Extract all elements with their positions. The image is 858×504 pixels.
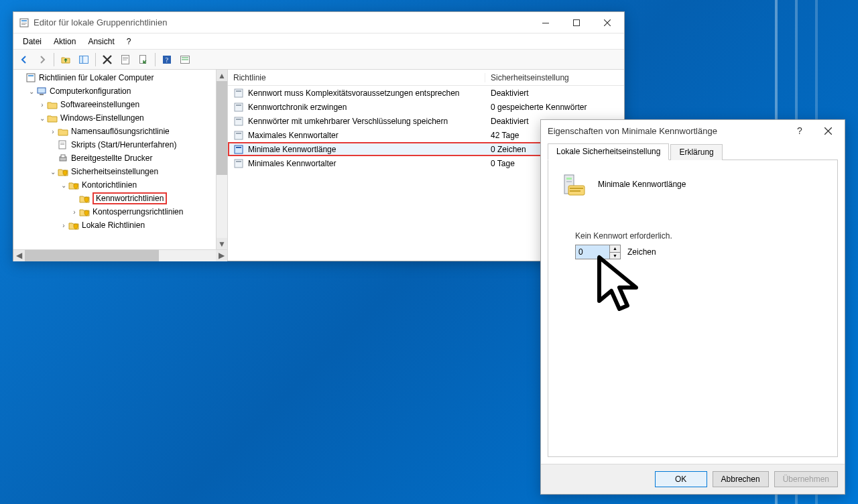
tree-local-policies[interactable]: › Lokale Richtlinien	[15, 218, 227, 232]
help-button[interactable]: ?	[159, 52, 175, 68]
menu-file[interactable]: Datei	[17, 36, 47, 48]
chevron-down-icon[interactable]: ⌄	[48, 168, 58, 176]
toolbar-divider	[54, 53, 54, 66]
app-icon	[19, 17, 29, 28]
tree-pane: Richtlinien für Lokaler Computer ⌄ Compu…	[13, 70, 228, 261]
chevron-down-icon[interactable]: ⌄	[59, 182, 68, 189]
svg-rect-23	[60, 143, 64, 143]
tree-computer-config[interactable]: ⌄ Computerkonfiguration	[15, 84, 227, 98]
cursor-icon	[593, 254, 653, 321]
tree-account-lockout[interactable]: › Kontosperrungsrichtlinien	[15, 205, 227, 218]
tree-security-settings[interactable]: ⌄ Sicherheitseinstellungen	[15, 165, 227, 178]
export-button[interactable]	[135, 52, 151, 68]
dialog-button-row: OK Abbrechen Übernehmen	[541, 464, 845, 494]
svg-rect-2	[21, 23, 27, 23]
svg-rect-11	[123, 60, 127, 60]
svg-text:?: ?	[166, 56, 169, 64]
svg-rect-27	[235, 89, 243, 97]
ok-button[interactable]: OK	[655, 471, 707, 487]
maximize-button[interactable]	[561, 13, 592, 33]
svg-rect-41	[566, 181, 572, 182]
policy-item-icon	[233, 116, 244, 127]
menu-view[interactable]: Ansicht	[82, 36, 119, 48]
svg-rect-28	[236, 90, 241, 92]
svg-rect-34	[236, 133, 241, 134]
tree-software-settings[interactable]: › Softwareeinstellungen	[15, 98, 227, 111]
chevron-right-icon[interactable]: ›	[48, 128, 58, 135]
cancel-button[interactable]: Abbrechen	[713, 471, 769, 487]
svg-rect-38	[236, 161, 241, 162]
spin-up-button[interactable]: ▲	[610, 245, 620, 253]
computer-icon	[36, 86, 47, 97]
properties-dialog: Eigenschaften von Minimale Kennwortlänge…	[540, 119, 845, 495]
tree-horizontal-scrollbar[interactable]: ◀ ▶	[13, 249, 227, 261]
menu-action[interactable]: Aktion	[48, 36, 81, 48]
show-hide-tree-button[interactable]	[76, 52, 92, 68]
back-button[interactable]	[16, 52, 32, 68]
gpedit-window: Editor für lokale Gruppenrichtlinien Dat…	[13, 11, 625, 261]
server-policy-icon	[560, 171, 587, 198]
list-row[interactable]: Kennwortchronik erzwingen 0 gespeicherte…	[228, 100, 624, 114]
tree-scripts[interactable]: Skripts (Start/Herunterfahren)	[15, 138, 227, 151]
list-row[interactable]: Kennwort muss Komplexitätsvoraussetzunge…	[228, 86, 624, 100]
tabstrip: Lokale Sicherheitseinstellung Erklärung	[548, 143, 838, 160]
svg-rect-21	[40, 94, 44, 95]
chevron-down-icon[interactable]: ⌄	[27, 88, 36, 95]
properties-button[interactable]	[117, 52, 133, 68]
policy-item-icon	[233, 102, 244, 113]
up-button[interactable]	[58, 52, 74, 68]
menu-help[interactable]: ?	[121, 36, 137, 48]
apply-button[interactable]: Übernehmen	[774, 471, 838, 487]
property-name: Minimale Kennwortlänge	[598, 180, 686, 189]
svg-rect-29	[235, 103, 243, 111]
svg-rect-30	[236, 105, 241, 106]
close-button[interactable]	[592, 13, 623, 33]
folder-icon	[47, 99, 58, 110]
policy-item-icon	[233, 130, 244, 141]
unit-label: Zeichen	[627, 247, 656, 257]
tree-root[interactable]: Richtlinien für Lokaler Computer	[15, 71, 227, 84]
tab-content: Minimale Kennwortlänge Kein Kennwort erf…	[548, 160, 838, 457]
dialog-titlebar[interactable]: Eigenschaften von Minimale Kennwortlänge…	[541, 120, 845, 141]
column-security-setting[interactable]: Sicherheitseinstellung	[485, 73, 624, 82]
folder-shield-icon	[79, 193, 90, 204]
svg-rect-43	[570, 188, 583, 189]
svg-rect-33	[235, 131, 243, 139]
length-input[interactable]	[576, 245, 609, 259]
tree-vertical-scrollbar[interactable]: ▲ ▼	[216, 70, 227, 249]
folder-shield-icon	[68, 220, 79, 231]
dialog-close-button[interactable]	[814, 121, 842, 140]
svg-rect-31	[235, 117, 243, 125]
svg-rect-35	[235, 145, 243, 153]
svg-rect-24	[60, 144, 64, 145]
folder-shield-icon	[79, 206, 90, 217]
toolbar-divider	[155, 53, 156, 66]
chevron-right-icon[interactable]: ›	[70, 208, 79, 216]
filter-button[interactable]	[177, 52, 193, 68]
column-policy[interactable]: Richtlinie	[228, 73, 485, 82]
svg-rect-16	[182, 57, 188, 58]
chevron-right-icon[interactable]: ›	[59, 222, 68, 229]
no-password-label: Kein Kennwort erforderlich.	[575, 231, 825, 241]
minimize-button[interactable]	[530, 13, 561, 33]
spin-down-button[interactable]: ▼	[610, 253, 620, 259]
tree-windows-settings[interactable]: ⌄ Windows-Einstellungen	[15, 111, 227, 125]
chevron-right-icon[interactable]: ›	[38, 101, 47, 109]
chevron-down-icon[interactable]: ⌄	[38, 115, 47, 122]
forward-button[interactable]	[34, 52, 50, 68]
dialog-title: Eigenschaften von Minimale Kennwortlänge	[548, 126, 786, 136]
delete-button[interactable]	[99, 52, 115, 68]
tree-password-policy[interactable]: Kennwortrichtlinien	[15, 192, 227, 205]
folder-icon	[58, 126, 68, 137]
dialog-help-button[interactable]: ?	[786, 121, 814, 140]
tab-explanation[interactable]: Erklärung	[670, 144, 722, 160]
tab-local-security-setting[interactable]: Lokale Sicherheitseinstellung	[548, 143, 669, 160]
list-header[interactable]: Richtlinie Sicherheitseinstellung	[228, 70, 624, 86]
svg-rect-19	[28, 75, 34, 76]
tree-deployed-printers[interactable]: Bereitgestellte Drucker	[15, 151, 227, 165]
tree-account-policies[interactable]: ⌄ Kontorichtlinien	[15, 178, 227, 192]
policy-item-icon	[233, 88, 244, 99]
svg-rect-17	[182, 59, 188, 60]
titlebar[interactable]: Editor für lokale Gruppenrichtlinien	[13, 12, 624, 34]
tree-name-resolution[interactable]: › Namensauflösungsrichtlinie	[15, 125, 227, 138]
